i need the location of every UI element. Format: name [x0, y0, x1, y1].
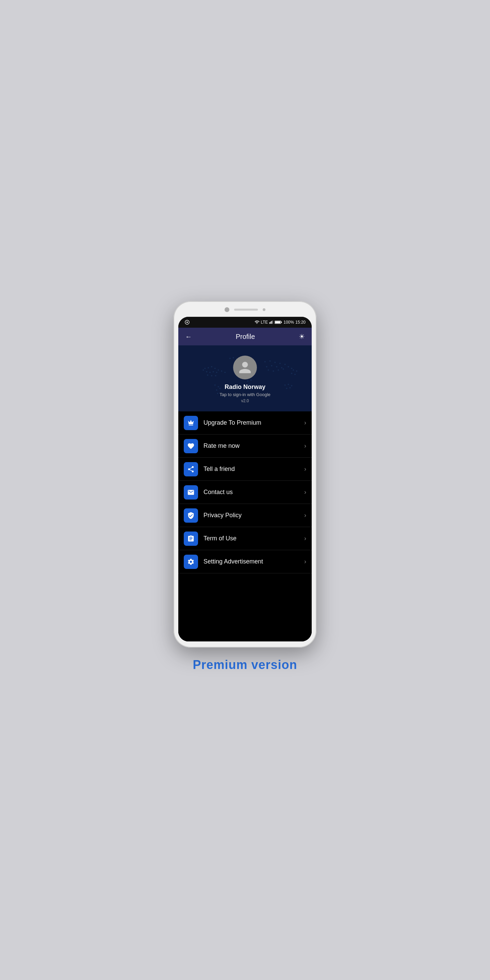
svg-point-65 — [286, 388, 288, 389]
terms-icon-box — [184, 531, 198, 546]
phone-top-bar — [178, 307, 312, 312]
svg-point-53 — [271, 365, 272, 366]
tell-chevron: › — [304, 466, 306, 473]
svg-point-68 — [296, 370, 298, 372]
upgrade-label: Upgrade To Premium — [204, 419, 304, 426]
svg-point-10 — [211, 366, 212, 368]
svg-point-8 — [204, 368, 205, 369]
svg-rect-7 — [282, 321, 282, 323]
phone-outer: LTE 100% 1 — [173, 301, 317, 648]
svg-point-60 — [288, 366, 289, 368]
privacy-label: Privacy Policy — [204, 512, 304, 519]
svg-rect-4 — [272, 321, 273, 324]
nav-bar: ← Profile ☀ — [178, 328, 312, 345]
avatar[interactable] — [233, 356, 257, 379]
svg-point-44 — [247, 380, 248, 382]
rate-label: Rate me now — [204, 442, 304, 450]
mic-dot — [263, 308, 266, 311]
svg-point-14 — [209, 372, 211, 373]
menu-item-terms[interactable]: Term of Use › — [178, 527, 312, 550]
svg-point-23 — [229, 358, 231, 359]
svg-rect-2 — [270, 321, 271, 324]
tell-label: Tell a friend — [204, 466, 304, 473]
clipboard-icon — [187, 535, 195, 542]
svg-point-0 — [186, 321, 188, 323]
svg-point-29 — [220, 388, 221, 389]
wifi-icon — [255, 320, 259, 325]
svg-point-69 — [291, 372, 292, 374]
svg-point-47 — [264, 361, 266, 363]
upgrade-icon-box — [184, 416, 198, 430]
camera-dot — [224, 307, 229, 312]
back-button[interactable]: ← — [185, 333, 192, 340]
time-label: 15:20 — [295, 320, 305, 325]
shield-icon — [187, 512, 195, 519]
svg-point-61 — [291, 368, 292, 369]
premium-label: Premium version — [192, 658, 297, 672]
menu-item-contact[interactable]: Contact us › — [178, 481, 312, 504]
svg-point-55 — [281, 367, 282, 369]
svg-point-66 — [289, 387, 291, 388]
svg-point-59 — [283, 369, 284, 370]
svg-point-54 — [276, 366, 277, 368]
contact-label: Contact us — [204, 488, 304, 496]
svg-point-9 — [208, 367, 209, 369]
svg-point-13 — [206, 371, 207, 372]
svg-point-16 — [216, 372, 218, 373]
privacy-icon-box — [184, 508, 198, 523]
heart-icon — [187, 442, 195, 450]
phone-screen: LTE 100% 1 — [178, 317, 312, 641]
svg-point-57 — [272, 370, 274, 372]
svg-point-21 — [211, 375, 212, 376]
menu-item-tell[interactable]: Tell a friend › — [178, 458, 312, 481]
svg-point-58 — [278, 369, 279, 371]
signal-icon — [269, 320, 273, 325]
upgrade-chevron: › — [304, 419, 306, 426]
tell-icon-box — [184, 462, 198, 476]
rate-icon-box — [184, 439, 198, 453]
bottom-spacer — [178, 573, 312, 641]
menu-item-upgrade[interactable]: Upgrade To Premium › — [178, 411, 312, 434]
svg-rect-6 — [275, 321, 280, 323]
svg-point-30 — [217, 393, 218, 394]
svg-point-52 — [266, 366, 267, 368]
svg-point-62 — [285, 385, 286, 386]
svg-point-11 — [215, 368, 216, 369]
svg-point-17 — [203, 369, 204, 371]
svg-rect-1 — [269, 322, 270, 324]
ads-label: Setting Advertisement — [204, 558, 304, 565]
svg-point-28 — [216, 389, 218, 391]
status-bar: LTE 100% 1 — [178, 317, 312, 328]
battery-label: 100% — [283, 320, 294, 325]
menu-item-rate[interactable]: Rate me now › — [178, 434, 312, 458]
contact-icon-box — [184, 485, 198, 500]
svg-rect-3 — [272, 321, 272, 324]
menu-item-ads[interactable]: Setting Advertisement › — [178, 550, 312, 573]
share-icon — [187, 466, 195, 473]
rate-chevron: › — [304, 442, 306, 450]
profile-header: Radio Norway Tap to sign-in with Google … — [178, 345, 312, 411]
ads-icon-box — [184, 555, 198, 569]
radio-icon — [185, 320, 190, 325]
phone-wrapper: LTE 100% 1 — [173, 301, 317, 648]
profile-name: Radio Norway — [224, 383, 266, 391]
page-title: Profile — [236, 333, 255, 340]
svg-point-64 — [291, 385, 292, 387]
svg-point-12 — [218, 369, 219, 371]
menu-list: Upgrade To Premium › Rate me now › — [178, 411, 312, 641]
theme-toggle-button[interactable]: ☀ — [299, 332, 305, 340]
svg-point-27 — [218, 386, 219, 388]
svg-point-67 — [293, 369, 294, 371]
svg-point-49 — [274, 362, 275, 363]
crown-icon — [187, 419, 195, 427]
gear-icon — [187, 558, 195, 566]
battery-icon — [275, 320, 282, 325]
svg-point-48 — [269, 360, 271, 362]
svg-point-26 — [215, 385, 216, 386]
svg-point-63 — [288, 384, 289, 385]
signal-label: LTE — [261, 320, 268, 325]
svg-point-20 — [207, 374, 208, 375]
profile-subtitle: Tap to sign-in with Google — [220, 392, 270, 397]
menu-item-privacy[interactable]: Privacy Policy › — [178, 504, 312, 527]
svg-point-51 — [285, 364, 286, 365]
